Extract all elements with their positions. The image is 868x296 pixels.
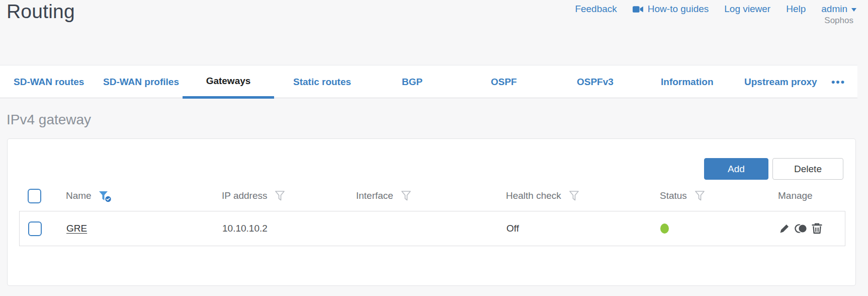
admin-menu[interactable]: admin xyxy=(821,4,856,15)
table-header-row: Name IP address Interface xyxy=(19,184,845,207)
gateway-name-link[interactable]: GRE xyxy=(66,223,87,234)
tab-information[interactable]: Information xyxy=(661,65,714,98)
status-filter-icon[interactable] xyxy=(694,190,706,202)
help-link[interactable]: Help xyxy=(786,4,806,15)
tab-sdwan-routes[interactable]: SD-WAN routes xyxy=(14,65,84,98)
health-check-filter-icon[interactable] xyxy=(568,190,580,202)
video-camera-icon xyxy=(633,6,644,13)
page-title: Routing xyxy=(7,0,75,24)
column-header-manage: Manage xyxy=(778,190,813,201)
add-button[interactable]: Add xyxy=(704,158,768,180)
edit-icon[interactable] xyxy=(778,223,791,235)
gateway-health-check-value: Off xyxy=(506,223,519,234)
tab-sdwan-profiles[interactable]: SD-WAN profiles xyxy=(103,65,179,98)
column-header-ip-address: IP address xyxy=(222,190,267,201)
gateway-ip-value: 10.10.10.2 xyxy=(222,223,268,234)
manage-actions xyxy=(778,223,823,235)
delete-button[interactable]: Delete xyxy=(772,158,843,180)
tab-ospfv3[interactable]: OSPFv3 xyxy=(577,65,614,98)
header-links: Feedback How-to guides Log viewer Help a… xyxy=(575,4,856,15)
tab-gateways[interactable]: Gateways xyxy=(183,65,274,99)
feedback-link[interactable]: Feedback xyxy=(575,4,617,15)
row-checkbox[interactable] xyxy=(28,221,42,236)
interface-filter-icon[interactable] xyxy=(400,190,412,202)
tab-bgp[interactable]: BGP xyxy=(402,65,422,98)
table-row: GRE 10.10.10.2 Off xyxy=(19,211,845,246)
select-all-checkbox[interactable] xyxy=(28,189,41,203)
tab-static-routes[interactable]: Static routes xyxy=(293,65,351,98)
log-viewer-link[interactable]: Log viewer xyxy=(724,4,770,15)
column-header-name: Name xyxy=(66,190,92,201)
section-title: IPv4 gateway xyxy=(7,112,91,128)
tab-ospf[interactable]: OSPF xyxy=(491,65,517,98)
name-filter-active-icon[interactable] xyxy=(98,190,113,203)
brand-label: Sophos xyxy=(824,16,853,26)
chevron-down-icon xyxy=(851,8,856,12)
tab-more-menu[interactable]: ••• xyxy=(831,65,845,98)
table-toolbar: Add Delete xyxy=(704,158,843,180)
column-header-status: Status xyxy=(660,190,687,201)
column-header-interface: Interface xyxy=(356,190,393,201)
ip-address-filter-icon[interactable] xyxy=(274,190,286,202)
howto-guides-link[interactable]: How-to guides xyxy=(633,4,709,15)
delete-icon[interactable] xyxy=(811,223,823,235)
clone-icon[interactable] xyxy=(794,223,808,235)
column-header-health-check: Health check xyxy=(506,190,561,201)
status-up-indicator xyxy=(660,224,669,234)
tab-upstream-proxy[interactable]: Upstream proxy xyxy=(744,65,817,98)
gateway-table-card: Add Delete Name IP address xyxy=(7,138,856,286)
tab-bar: SD-WAN routes SD-WAN profiles Gateways S… xyxy=(0,65,857,98)
